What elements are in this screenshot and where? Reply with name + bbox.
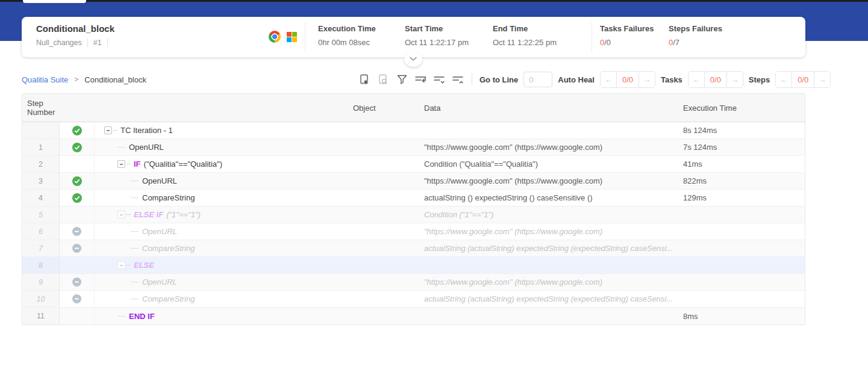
status-cell (60, 240, 95, 256)
divider (472, 73, 472, 85)
table-row[interactable]: 7CompareStringactualString (actualString… (22, 240, 805, 257)
data-cell (419, 122, 678, 138)
breadcrumb: Qualitia Suite > Conditional_block (22, 75, 146, 84)
condition-keyword: IF (134, 160, 141, 169)
condition-keyword: END IF (129, 312, 155, 321)
auto-heal-stepper: ← 0/0 → (600, 71, 655, 88)
table-row[interactable]: 8ELSE (22, 257, 805, 274)
execution-time-cell: 7s 124ms (678, 139, 806, 155)
filter-icon[interactable] (395, 73, 408, 86)
expand-all-icon[interactable] (432, 73, 446, 86)
tree-connector (131, 197, 139, 198)
status-cell (60, 156, 95, 172)
arrow-right-icon[interactable]: → (814, 72, 830, 87)
steps-label: Steps (749, 75, 770, 84)
step-number: 9 (22, 274, 60, 290)
status-cell (60, 122, 95, 138)
step-name: OpenURL (142, 176, 177, 185)
auto-heal-count: 0/0 (616, 72, 639, 87)
status-cell (60, 173, 95, 189)
arrow-right-icon[interactable]: → (727, 72, 743, 87)
collapse-all-icon[interactable] (451, 73, 464, 86)
step-name-cell: TC Iteration - 1 (95, 122, 348, 138)
object-cell (348, 223, 419, 240)
step-number: 6 (22, 223, 60, 240)
execution-time-cell (678, 274, 806, 290)
steps-count: 0/0 (792, 72, 814, 87)
data-cell: "https://www.google.com" (https://www.go… (419, 223, 678, 240)
table-row[interactable]: 2IF("Qualitia"=="Qualitia")Condition ("Q… (22, 156, 805, 173)
execution-time-cell (678, 206, 806, 223)
go-to-step-icon[interactable] (414, 73, 427, 86)
table-row[interactable]: 4CompareStringactualString () expectedSt… (22, 190, 805, 206)
chrome-icon (269, 31, 281, 43)
collapse-toggle-icon[interactable] (117, 211, 125, 219)
table-row[interactable]: TC Iteration - 18s 124ms (22, 122, 805, 139)
status-passed-icon (72, 126, 82, 135)
data-cell: actualString (actualString) expectedStri… (419, 291, 678, 307)
stat-end-time: End Time Oct 11 1:22:25 pm (493, 24, 557, 47)
execution-time-cell (678, 240, 806, 256)
stat-value: 0hr 00m 08sec (318, 38, 376, 47)
suite-name: Null_changes (36, 39, 82, 47)
tree-connector (117, 316, 125, 317)
collapse-toggle-icon[interactable] (104, 126, 112, 134)
tree-connector (131, 299, 139, 299)
step-name-cell: ELSE IF("1"=="1") (95, 206, 348, 223)
stat-label: Tasks Failures (600, 24, 654, 33)
column-object: Object (348, 104, 419, 113)
object-cell (348, 206, 419, 223)
goto-line-input[interactable] (523, 72, 552, 87)
step-name-cell: OpenURL (95, 139, 348, 155)
table-row[interactable]: 11END IF8ms (22, 308, 805, 324)
arrow-right-icon[interactable]: → (639, 72, 655, 87)
step-number: 1 (22, 139, 60, 155)
auto-heal-label: Auto Heal (558, 75, 595, 84)
tree-connector (131, 231, 139, 232)
table-row[interactable]: 1OpenURL"https://www.google.com" (https:… (22, 139, 805, 156)
table-row[interactable]: 10CompareStringactualString (actualStrin… (22, 291, 805, 308)
tree-connector (126, 214, 131, 215)
arrow-left-icon[interactable]: ← (601, 72, 616, 87)
status-skipped-icon (72, 227, 82, 237)
divider (305, 22, 305, 52)
steps-table: Step Number Object Data Execution Time T… (22, 93, 805, 325)
table-row[interactable]: 9OpenURL"https://www.google.com" (https:… (22, 274, 805, 291)
breadcrumb-root-link[interactable]: Qualitia Suite (22, 75, 68, 84)
table-row[interactable]: 3OpenURL"https://www.google.com" (https:… (22, 173, 805, 190)
step-number: 10 (22, 291, 60, 307)
condition-keyword: ELSE (134, 261, 154, 270)
table-header: Step Number Object Data Execution Time (22, 94, 805, 122)
collapse-summary-button[interactable] (404, 51, 422, 67)
status-cell (60, 308, 95, 324)
arrow-left-icon[interactable]: ← (688, 72, 704, 87)
collapse-toggle-icon[interactable] (117, 261, 125, 269)
table-row[interactable]: 5ELSE IF("1"=="1")Condition ("1"=="1") (22, 206, 805, 223)
report-search-icon[interactable] (376, 73, 390, 86)
status-skipped-icon (72, 244, 82, 253)
divider (87, 39, 88, 47)
execution-time-cell (678, 291, 806, 307)
report-settings-icon[interactable] (358, 73, 371, 86)
step-number: 5 (22, 206, 60, 223)
tasks-stepper: ← 0/0 → (688, 71, 743, 88)
stat-steps-failures: Steps Failures 0/7 (669, 24, 722, 47)
object-cell (348, 190, 419, 206)
chevron-down-icon (410, 57, 417, 61)
status-cell (60, 274, 95, 290)
execution-time-cell: 822ms (678, 173, 806, 189)
table-row[interactable]: 6OpenURL"https://www.google.com" (https:… (22, 223, 805, 240)
step-name-cell: OpenURL (95, 274, 348, 290)
arrow-left-icon[interactable]: ← (776, 72, 792, 87)
data-cell: actualString () expectedString () caseSe… (419, 190, 678, 206)
testcase-title: Conditional_block (36, 23, 114, 34)
step-name-cell: CompareString (95, 190, 348, 206)
status-cell (60, 291, 95, 307)
collapse-toggle-icon[interactable] (117, 160, 125, 168)
object-cell (348, 274, 419, 290)
step-number: 7 (22, 240, 60, 256)
windows-icon (287, 32, 297, 42)
stat-label: End Time (493, 24, 557, 33)
steps-stepper: ← 0/0 → (775, 71, 831, 88)
tree-connector (131, 248, 139, 249)
